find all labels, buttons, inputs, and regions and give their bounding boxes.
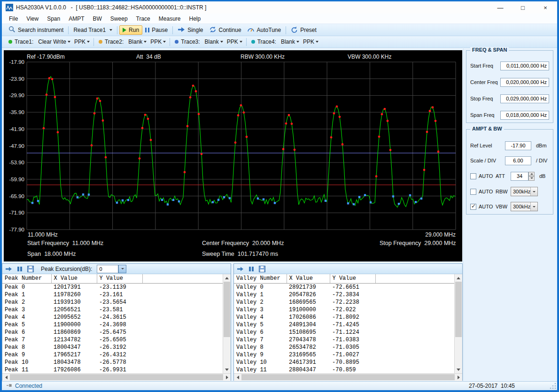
table-row[interactable]: Valley 727043478-71.0383 (234, 336, 454, 344)
trace2-detector-dropdown[interactable]: PPK (148, 38, 168, 46)
att-auto-checkbox[interactable] (470, 173, 476, 179)
ref-level-input[interactable] (505, 141, 531, 150)
trace1-color-dot (8, 40, 12, 44)
column-header-peak-number[interactable]: Peak Number (2, 274, 51, 283)
menu-item-bw[interactable]: BW (89, 14, 106, 23)
center-freq-input[interactable] (500, 78, 549, 87)
menu-item-file[interactable]: File (5, 14, 22, 23)
att-spinner[interactable] (511, 172, 535, 181)
column-header-x-value[interactable]: X Value (287, 274, 330, 283)
column-header-x-value[interactable]: X Value (51, 274, 97, 283)
scroll-down-button[interactable] (455, 366, 462, 373)
trace3-mode-dropdown[interactable]: Blank (203, 38, 225, 46)
trace2-mode-dropdown[interactable]: Blank (126, 38, 148, 46)
menu-item-sweep[interactable]: Sweep (106, 14, 132, 23)
peak-vertical-scrollbar[interactable] (223, 274, 231, 373)
table-row[interactable]: Valley 417026086-71.8092 (234, 314, 454, 321)
continue-button[interactable]: Continue (206, 25, 244, 35)
table-row[interactable]: Peak 412095652-24.3615 (2, 314, 223, 321)
table-row[interactable]: Valley 120547826-72.3834 (234, 291, 454, 299)
valley-vertical-scrollbar[interactable] (454, 274, 462, 373)
scroll-left-button[interactable] (2, 374, 10, 381)
scroll-left-button[interactable] (234, 374, 241, 381)
pause-updates-icon[interactable] (16, 265, 23, 273)
close-button[interactable]: × (541, 3, 550, 12)
span-freq-input[interactable] (500, 111, 549, 120)
resize-grip[interactable] (549, 382, 557, 390)
read-trace-dropdown[interactable]: Read Trace1 (70, 26, 115, 34)
menu-item-trace[interactable]: Trace (132, 14, 155, 23)
table-row[interactable]: Valley 615108695-71.1224 (234, 329, 454, 336)
table-row[interactable]: Peak 312056521-23.581 (2, 306, 223, 314)
scrollbar-thumb[interactable] (224, 282, 230, 337)
scrollbar-thumb[interactable] (455, 282, 462, 337)
table-row[interactable]: Peak 1117926086-26.9931 (2, 366, 223, 374)
table-row[interactable]: Valley 1024617391-70.8895 (234, 359, 454, 366)
valley-horizontal-scrollbar[interactable] (234, 373, 462, 381)
trace4-mode-dropdown[interactable]: Blank (279, 38, 301, 46)
table-row[interactable]: Peak 1018043478-26.5778 (2, 359, 223, 366)
stop-freq-input[interactable] (500, 94, 549, 103)
maximize-button[interactable]: □ (519, 3, 527, 12)
scroll-down-button[interactable] (223, 366, 231, 373)
trace1-mode-dropdown[interactable]: Clear Write (36, 38, 72, 46)
scroll-right-button[interactable] (455, 374, 462, 381)
table-row[interactable]: Peak 917965217-26.4312 (2, 351, 223, 359)
peak-horizontal-scrollbar[interactable] (2, 373, 231, 381)
scrollbar-thumb[interactable] (241, 374, 455, 380)
table-row[interactable]: Valley 1128804347-70.859 (234, 366, 454, 374)
menu-item-view[interactable]: View (22, 14, 43, 23)
menu-item-measure[interactable]: Measure (155, 14, 185, 23)
table-row[interactable]: Peak 211939130-23.5654 (2, 299, 223, 306)
column-header-valley-number[interactable]: Valley Number (234, 274, 287, 283)
rbw-auto-checkbox[interactable] (470, 189, 476, 195)
search-instrument-button[interactable]: Search instrument (6, 25, 66, 35)
table-row[interactable]: Peak 818004347-26.3192 (2, 344, 223, 351)
vbw-dropdown[interactable]: 300kHz (511, 202, 538, 211)
table-row[interactable]: Valley 923169565-71.0027 (234, 351, 454, 359)
att-spin-up-button[interactable] (528, 172, 535, 177)
trace4-detector-dropdown[interactable]: PPK (301, 38, 320, 46)
single-button[interactable]: Single (175, 26, 206, 35)
save-icon[interactable] (26, 265, 34, 273)
trace1-detector-dropdown[interactable]: PPK (72, 38, 92, 46)
vbw-auto-checkbox[interactable] (470, 204, 476, 210)
table-row[interactable]: Valley 524891304-71.4245 (234, 321, 454, 329)
export-arrow-icon[interactable] (236, 265, 244, 273)
scroll-up-button[interactable] (223, 274, 231, 282)
column-header-y-value[interactable]: Y Value (330, 274, 375, 283)
table-row[interactable]: Peak 611860869-25.6475 (2, 329, 223, 336)
table-row[interactable]: Valley 826534782-71.0305 (234, 344, 454, 351)
menu-item-help[interactable]: Help (185, 14, 205, 23)
autotune-button[interactable]: AutoTune (244, 25, 284, 35)
pause-updates-icon[interactable] (247, 265, 255, 273)
table-row[interactable]: Peak 511900000-24.3698 (2, 321, 223, 329)
trace3-detector-dropdown[interactable]: PPK (225, 38, 244, 46)
peak-excursion-input[interactable] (97, 265, 118, 273)
run-button[interactable]: Run (119, 25, 142, 35)
start-freq-input[interactable] (500, 61, 549, 70)
save-icon[interactable] (258, 265, 266, 273)
minimize-button[interactable]: — (496, 3, 505, 12)
scale-div-input[interactable] (505, 156, 531, 165)
table-row[interactable]: Valley 028921739-72.6651 (234, 283, 454, 291)
scroll-right-button[interactable] (223, 374, 231, 381)
peak-excursion-dropdown-button[interactable] (118, 265, 126, 273)
table-row[interactable]: Peak 712134782-25.6505 (2, 336, 223, 344)
peak-excursion-dropdown[interactable] (97, 265, 126, 273)
table-row[interactable]: Peak 012017391-23.1139 (2, 283, 223, 291)
rbw-dropdown[interactable]: 300kHz (511, 187, 538, 196)
scroll-up-button[interactable] (455, 274, 462, 282)
scrollbar-thumb[interactable] (10, 374, 223, 380)
table-row[interactable]: Valley 216869565-72.2238 (234, 299, 454, 306)
pause-button[interactable]: Pause (142, 26, 171, 34)
menu-item-ampt[interactable]: AMPT (64, 14, 88, 23)
column-header-y-value[interactable]: Y Value (97, 274, 142, 283)
menu-item-span[interactable]: Span (43, 14, 64, 23)
table-row[interactable]: Valley 319100000-72.022 (234, 306, 454, 314)
att-value-input[interactable] (511, 172, 528, 181)
att-spin-down-button[interactable] (528, 176, 535, 181)
preset-button[interactable]: Preset (288, 25, 319, 35)
table-row[interactable]: Peak 111978260-23.161 (2, 291, 223, 299)
export-arrow-icon[interactable] (5, 265, 13, 273)
